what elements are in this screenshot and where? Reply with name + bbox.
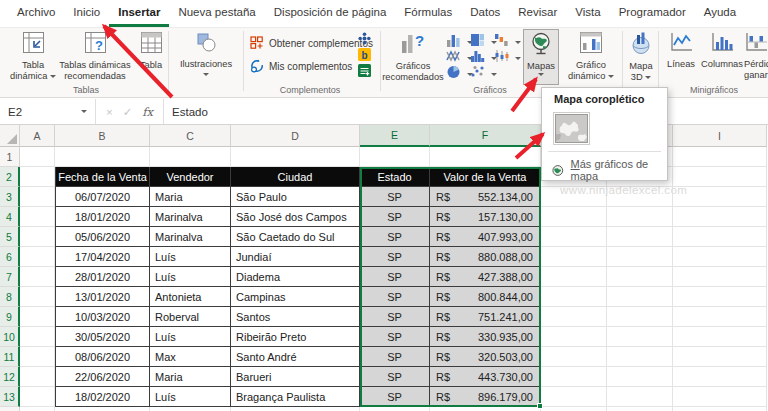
cell-state[interactable]: SP — [360, 267, 430, 287]
tab-inicio[interactable]: Inicio — [64, 0, 109, 27]
cell-city[interactable]: Campinas — [231, 287, 360, 307]
more-map-charts-item[interactable]: Más gráficos de mapa — [552, 158, 667, 182]
cell-state[interactable]: SP — [360, 247, 430, 267]
illustrations-button[interactable]: Ilustraciones — [172, 31, 240, 76]
row-header[interactable]: 4 — [0, 207, 20, 227]
cell-date[interactable]: 28/01/2020 — [55, 267, 150, 287]
cell-city[interactable]: Ribeirão Preto — [231, 327, 360, 347]
cell-state[interactable]: SP — [360, 367, 430, 387]
cell-date[interactable]: 30/05/2020 — [55, 327, 150, 347]
cell-city[interactable]: São Paulo — [231, 187, 360, 207]
row-header[interactable]: 7 — [0, 267, 20, 287]
header-cell-estado[interactable]: Estado — [360, 167, 430, 187]
addin-people-icon[interactable] — [358, 32, 371, 45]
addin-bing-icon[interactable]: b — [358, 48, 371, 61]
map-3d-button[interactable]: Mapa3D — [624, 31, 658, 82]
cell-city[interactable]: Santos — [231, 307, 360, 327]
cell-vendor[interactable]: Max — [150, 347, 231, 367]
cell-vendor[interactable]: Maria — [150, 367, 231, 387]
row-header[interactable]: 2 — [0, 167, 20, 187]
cell-city[interactable]: Barueri — [231, 367, 360, 387]
row-header[interactable]: 14 — [0, 407, 20, 411]
tab-ayuda[interactable]: Ayuda — [695, 0, 745, 27]
cell-value[interactable]: R$157.130,00 — [430, 207, 541, 227]
pivot-chart-button[interactable]: Gráfico dinámico — [562, 31, 620, 81]
tab-insertar[interactable]: Insertar — [109, 0, 169, 27]
cell-value[interactable]: R$552.134,00 — [430, 187, 541, 207]
header-cell-vendedor[interactable]: Vendedor — [150, 167, 231, 187]
cell-value[interactable]: R$427.388,00 — [430, 267, 541, 287]
cell-value[interactable]: R$896.179,00 — [430, 387, 541, 407]
cell-state[interactable]: SP — [360, 387, 430, 407]
col-header-C[interactable]: C — [150, 125, 231, 147]
cell-vendor[interactable]: Luís — [150, 387, 231, 407]
cell-vendor[interactable]: Marinalva — [150, 207, 231, 227]
row-header[interactable]: 11 — [0, 347, 20, 367]
insert-function-icon[interactable]: fx — [142, 105, 153, 119]
tab-disposicion[interactable]: Disposición de página — [265, 0, 396, 27]
header-cell-fecha[interactable]: Fecha de la Venta — [55, 167, 150, 187]
name-box[interactable]: E2 — [0, 99, 96, 124]
row-header[interactable]: 1 — [0, 147, 20, 167]
cell-state[interactable]: SP — [360, 187, 430, 207]
col-header-F[interactable]: F — [430, 125, 541, 147]
row-header[interactable]: 5 — [0, 227, 20, 247]
cell-date[interactable]: 18/01/2020 — [55, 207, 150, 227]
cell-city[interactable]: Jundiaí — [231, 247, 360, 267]
col-header-A[interactable]: A — [20, 125, 55, 147]
cell-vendor[interactable]: Marinalva — [150, 227, 231, 247]
formula-input[interactable]: Estado — [164, 99, 768, 124]
cell-date[interactable]: 17/04/2020 — [55, 247, 150, 267]
table-button[interactable]: Tabla — [134, 31, 168, 71]
recommended-pivots-button[interactable]: ? Tablas dinámicas recomendadas — [56, 31, 134, 81]
sparkline-column-button[interactable]: Columnas — [701, 32, 743, 70]
cell-value[interactable]: R$800.844,00 — [430, 287, 541, 307]
cell-state[interactable]: SP — [360, 347, 430, 367]
cell-date[interactable]: 22/06/2020 — [55, 367, 150, 387]
tab-formulas[interactable]: Fórmulas — [395, 0, 461, 27]
sparkline-line-button[interactable]: Líneas — [662, 32, 700, 70]
cell-city[interactable]: São Caetado do Sul — [231, 227, 360, 247]
cell-vendor[interactable]: Roberval — [150, 307, 231, 327]
cell-city[interactable]: São José dos Campos — [231, 207, 360, 227]
choropleth-map-option[interactable] — [553, 112, 590, 145]
tab-datos[interactable]: Datos — [461, 0, 509, 27]
col-header-I[interactable]: I — [673, 125, 767, 147]
col-header-E[interactable]: E — [360, 125, 430, 147]
col-header-D[interactable]: D — [231, 125, 360, 147]
row-header[interactable]: 3 — [0, 187, 20, 207]
cell-date[interactable]: 18/02/2020 — [55, 387, 150, 407]
cell-vendor[interactable]: Antonieta — [150, 287, 231, 307]
cell-city[interactable]: Diadema — [231, 267, 360, 287]
cell-date[interactable]: 10/03/2020 — [55, 307, 150, 327]
tab-revisar[interactable]: Revisar — [509, 0, 566, 27]
cell-vendor[interactable]: Maria — [150, 187, 231, 207]
row-header[interactable]: 13 — [0, 387, 20, 407]
combo-chart-button[interactable] — [494, 49, 521, 67]
cell-vendor[interactable]: Luís — [150, 327, 231, 347]
cell-state[interactable]: SP — [360, 227, 430, 247]
mapas-button[interactable]: Mapas — [523, 29, 559, 85]
tab-archivo[interactable]: Archivo — [8, 0, 64, 27]
cell-date[interactable]: 08/06/2020 — [55, 347, 150, 367]
header-cell-ciudad[interactable]: Ciudad — [231, 167, 360, 187]
cell-date[interactable]: 13/01/2020 — [55, 287, 150, 307]
recommended-charts-button[interactable]: ? Gráficos recomendados — [383, 31, 443, 82]
cell-value[interactable]: R$880.088,00 — [430, 247, 541, 267]
my-addins-button[interactable]: Mis complementos — [250, 59, 366, 73]
cell-value[interactable]: R$443.730,00 — [430, 367, 541, 387]
tab-programador[interactable]: Programador — [610, 0, 695, 27]
cell-date[interactable]: 06/07/2020 — [55, 187, 150, 207]
get-addins-button[interactable]: Obtener complementos — [250, 36, 373, 50]
cell-value[interactable]: R$330.935,00 — [430, 327, 541, 347]
row-header[interactable]: 8 — [0, 287, 20, 307]
row-header[interactable]: 6 — [0, 247, 20, 267]
row-header[interactable]: 12 — [0, 367, 20, 387]
cell-vendor[interactable]: Luís — [150, 247, 231, 267]
cell-vendor[interactable]: Luís — [150, 267, 231, 287]
row-header[interactable]: 10 — [0, 327, 20, 347]
col-header-B[interactable]: B — [55, 125, 150, 147]
cell-city[interactable]: Santo André — [231, 347, 360, 367]
scatter-chart-button[interactable] — [470, 65, 497, 83]
cell-city[interactable]: Bragança Paulista — [231, 387, 360, 407]
